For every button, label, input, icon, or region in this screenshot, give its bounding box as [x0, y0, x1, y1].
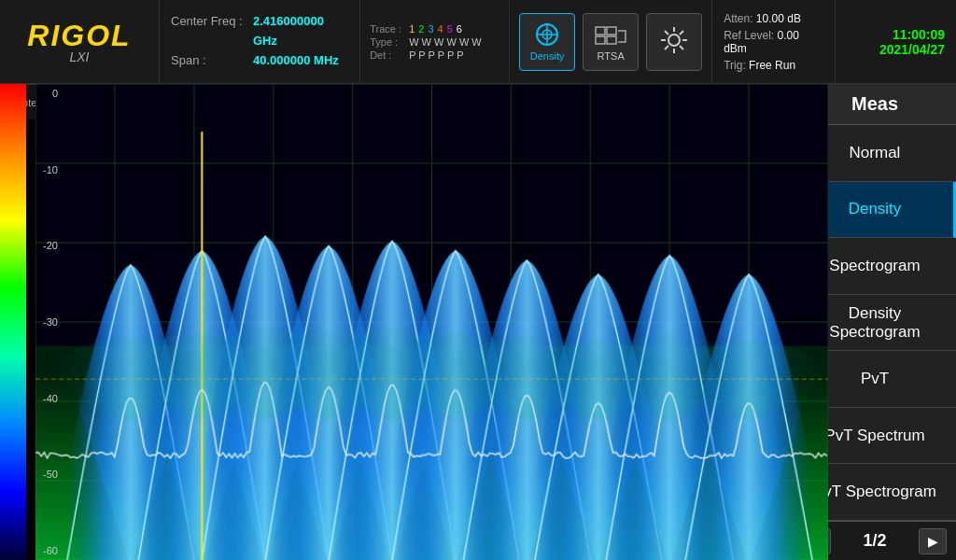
y-label-40: -40: [26, 393, 62, 404]
clock-date: 2021/04/27: [879, 42, 945, 57]
trace-4[interactable]: 4: [438, 23, 443, 35]
y-label-0: 0: [26, 88, 62, 99]
logo: RIGOL: [27, 19, 131, 53]
trace-1[interactable]: 1: [409, 23, 415, 35]
color-bar: [0, 84, 26, 560]
y-label-60: -60: [26, 545, 62, 556]
svg-rect-5: [607, 27, 616, 35]
svg-line-15: [680, 46, 683, 49]
y-label-30: -30: [26, 316, 62, 328]
det-label: Det :: [370, 49, 405, 61]
trig-line: Trig: Free Run: [724, 59, 823, 72]
atten-line: Atten: 10.00 dB: [724, 12, 823, 25]
y-label-20: -20: [26, 240, 62, 251]
density-icon: [530, 21, 564, 48]
svg-rect-7: [607, 36, 616, 44]
det-values: P P P P P P: [409, 49, 463, 61]
trace-5[interactable]: 5: [447, 23, 453, 35]
center-freq-value: 2.416000000 GHz: [253, 12, 348, 51]
instrument-buttons: Density RTSA: [509, 0, 711, 83]
y-label-10: -10: [26, 164, 62, 175]
type-row: Type : W W W W W W: [370, 36, 499, 48]
clock-time: 11:00:09: [893, 27, 945, 42]
logo-area: RIGOL LXI: [0, 0, 159, 83]
page-next-button[interactable]: ▶: [919, 528, 947, 554]
trace-2[interactable]: 2: [418, 23, 424, 35]
atten-trig: Atten: 10.00 dB Ref Level: 0.00 dBm Trig…: [711, 0, 835, 83]
center-freq-label: Center Freq :: [171, 12, 246, 51]
freq-info: Center Freq : 2.416000000 GHz Span : 40.…: [159, 0, 359, 83]
trace-info: Trace : 1 2 3 4 5 6 Type : W W W W W W D…: [359, 0, 509, 83]
trace-6[interactable]: 6: [457, 23, 462, 35]
clock-area: 11:00:09 2021/04/27: [835, 0, 956, 83]
settings-button[interactable]: [646, 13, 702, 71]
svg-line-14: [665, 31, 668, 35]
spectrum-canvas: [35, 84, 828, 560]
main-content: 0 -10 -20 -30 -40 -50 -60 Center Freq : …: [0, 84, 956, 560]
spectrum-area: 0 -10 -20 -30 -40 -50 -60 Center Freq : …: [0, 84, 793, 560]
trace-label: Trace :: [370, 23, 405, 35]
trace-3[interactable]: 3: [428, 23, 433, 35]
header: RIGOL LXI Center Freq : 2.416000000 GHz …: [0, 0, 956, 84]
y-axis: 0 -10 -20 -30 -40 -50 -60: [26, 84, 62, 560]
span-label: Span :: [171, 51, 246, 71]
svg-line-17: [665, 46, 668, 49]
trig-value: Free Run: [749, 59, 795, 72]
center-freq-line: Center Freq : 2.416000000 GHz: [171, 12, 348, 51]
lxi-badge: LXI: [69, 49, 89, 64]
svg-rect-6: [596, 36, 605, 44]
density-button[interactable]: Density: [519, 13, 575, 71]
trig-label: Trig:: [724, 59, 746, 72]
atten-label: Atten:: [724, 12, 752, 25]
svg-point-8: [668, 35, 680, 46]
det-row: Det : P P P P P P: [370, 49, 499, 61]
span-line: Span : 40.000000 MHz: [171, 51, 348, 71]
rtsa-icon: [594, 21, 627, 48]
ref-line: Ref Level: 0.00 dBm: [724, 29, 823, 55]
atten-value: 10.00 dB: [756, 12, 801, 25]
page-indicator: 1/2: [863, 531, 886, 551]
ref-label: Ref Level:: [724, 29, 774, 42]
svg-rect-4: [596, 27, 605, 35]
trace-row: Trace : 1 2 3 4 5 6: [370, 23, 499, 35]
settings-icon: [657, 23, 691, 57]
span-value: 40.000000 MHz: [253, 51, 339, 71]
y-label-50: -50: [26, 469, 62, 480]
type-label: Type :: [370, 36, 405, 48]
svg-line-16: [680, 31, 683, 35]
rtsa-button[interactable]: RTSA: [583, 13, 639, 71]
type-values: W W W W W W: [409, 36, 482, 48]
